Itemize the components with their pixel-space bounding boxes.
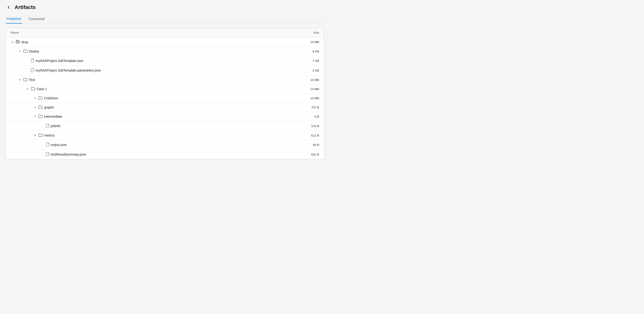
item-name: output.json <box>51 143 67 147</box>
item-size: 14 MB <box>300 87 319 91</box>
table-row: CodeGen14 MB <box>6 94 324 103</box>
chevron-down-icon[interactable] <box>18 78 22 82</box>
item-name: testResultSummary.json <box>51 153 86 156</box>
tab-published[interactable]: Published <box>6 14 22 23</box>
chevron-right-icon[interactable] <box>33 133 37 137</box>
file-icon <box>46 152 49 157</box>
file-icon <box>46 124 49 128</box>
item-size: 7 KB <box>300 59 319 63</box>
table-row: testResultSummary.json632 B <box>6 150 324 159</box>
page-header: Artifacts <box>6 4 324 10</box>
item-name: Case 1 <box>36 87 47 91</box>
page-title: Artifacts <box>14 4 36 10</box>
item-size: 2 KB <box>300 69 319 72</box>
item-name: CodeGen <box>44 96 58 100</box>
table-row: intermediate5 B <box>6 112 324 121</box>
back-button[interactable] <box>6 4 12 10</box>
folder-icon <box>38 105 43 109</box>
item-size: 14 MB <box>300 78 319 82</box>
item-size: 14 MB <box>300 40 319 44</box>
table-row: drop14 MB <box>6 37 324 47</box>
file-icon <box>46 142 49 147</box>
table-header: Name Size <box>6 28 324 37</box>
item-size: 9 KB <box>300 50 319 53</box>
table-row: output.json69 B <box>6 140 324 150</box>
folder-icon <box>31 87 35 91</box>
item-name: intermediate <box>44 115 62 118</box>
chevron-down-icon[interactable] <box>26 87 30 91</box>
folder-icon <box>38 133 43 137</box>
item-size: 632 B <box>300 153 319 156</box>
item-size: 611 B <box>300 134 319 137</box>
folder-icon <box>38 114 43 119</box>
table-row: Test14 MB <box>6 75 324 84</box>
item-name: Deploy <box>29 49 39 53</box>
item-name: graphs <box>44 105 54 109</box>
chevron-down-icon[interactable] <box>18 49 22 53</box>
table-row: myASAProject.JobTemplate.parameters.json… <box>6 66 324 75</box>
table-row: Case 114 MB <box>6 84 324 94</box>
col-name-header: Name <box>10 31 19 34</box>
item-name: myASAProject.JobTemplate.json <box>36 59 84 63</box>
item-size: 143 B <box>300 124 319 128</box>
item-name: myASAProject.JobTemplate.parameters.json <box>36 68 101 72</box>
item-size: 757 B <box>300 106 319 109</box>
item-name: Test <box>29 78 35 82</box>
item-size: 14 MB <box>300 96 319 100</box>
chevron-right-icon[interactable] <box>33 96 37 100</box>
table-row: graphs757 B <box>6 103 324 112</box>
item-name: metrics <box>44 133 55 137</box>
chevron-right-icon[interactable] <box>33 105 37 109</box>
table-row: jobInfo143 B <box>6 121 324 131</box>
file-icon <box>31 68 34 73</box>
item-name: jobInfo <box>51 124 60 128</box>
item-size: 5 B <box>300 115 319 118</box>
item-size: 69 B <box>300 143 319 147</box>
tabs-container: Published Consumed <box>6 14 324 23</box>
folder-icon <box>23 49 28 53</box>
folder-icon <box>23 78 28 82</box>
table-row: myASAProject.JobTemplate.json7 KB <box>6 56 324 66</box>
chevron-down-icon[interactable] <box>10 40 14 44</box>
chevron-right-icon[interactable] <box>33 115 37 118</box>
folder-icon <box>38 96 43 100</box>
tab-consumed[interactable]: Consumed <box>28 14 46 23</box>
item-name: drop <box>22 40 28 44</box>
file-icon <box>31 58 34 63</box>
table-row: metrics611 B <box>6 131 324 140</box>
artifacts-table: Name Size drop14 MB Deploy9 KB myASAProj… <box>6 28 324 159</box>
table-row: Deploy9 KB <box>6 47 324 56</box>
col-size-header: Size <box>300 31 319 34</box>
tree-body: drop14 MB Deploy9 KB myASAProject.JobTem… <box>6 37 324 159</box>
artifact-store-icon <box>16 40 20 44</box>
